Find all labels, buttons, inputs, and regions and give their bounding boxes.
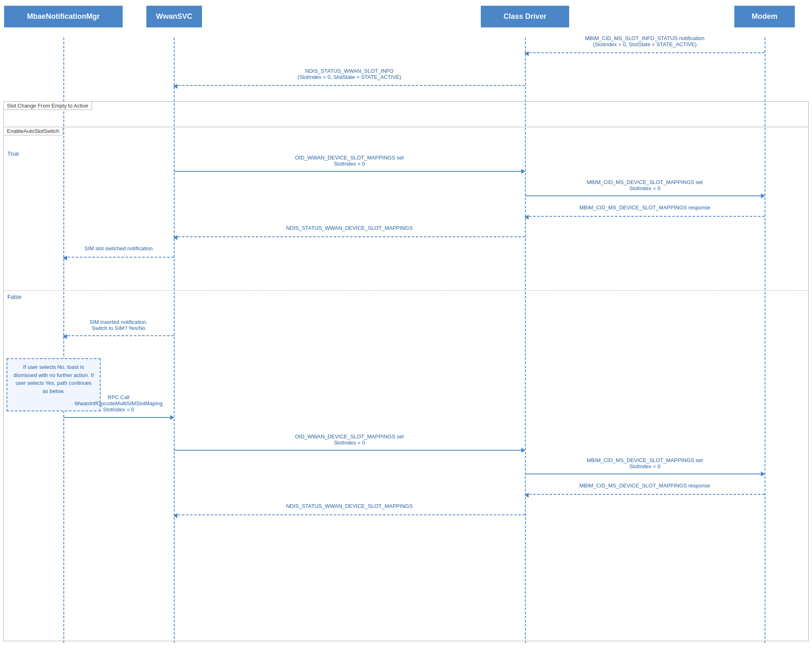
msg-rpc-call-wwanintf: RPC Call WwanIntfOpcodeMultiSIMSlotMapin… <box>63 413 174 418</box>
sequence-diagram: MbaeNotificationMgr WwanSVC Class Driver… <box>0 0 812 651</box>
msg-ndis-device-slot-mappings-2: NDIS_STATUS_WWAN_DEVICE_SLOT_MAPPINGS <box>174 510 525 515</box>
fragment-enableauto: EnableAutoSlotSwitch <box>3 127 809 641</box>
msg-mbim-device-slot-mappings-set-2: MBIM_CID_MS_DEVICE_SLOT_MAPPINGS set Slo… <box>525 469 765 474</box>
msg-sim-slot-switched: SIM slot switched notification <box>63 253 174 258</box>
actor-mbae: MbaeNotificationMgr <box>4 6 123 27</box>
actor-wwan: WwanSVC <box>146 6 202 27</box>
msg-ndis-wwan-slot-info: NDIS_STATUS_WWAN_SLOT_INFO (SlotIndex = … <box>174 81 525 86</box>
actor-classdriver: Class Driver <box>481 6 569 27</box>
actor-modem: Modem <box>734 6 795 27</box>
fragment-slotchange-label: Slot Change From Empty to Active <box>3 101 92 110</box>
section-divider <box>3 290 809 291</box>
msg-oid-wwan-device-slot-mappings-set-2: OID_WWAN_DEVICE_SLOT_MAPPINGS set SlotIn… <box>174 446 525 451</box>
msg-mbim-device-slot-mappings-set-1: MBIM_CID_MS_DEVICE_SLOT_MAPPINGS set Slo… <box>525 191 765 196</box>
msg-sim-inserted-notification: SIM inserted notification. Switch to SIM… <box>63 331 174 336</box>
msg-oid-wwan-device-slot-mappings-set-1: OID_WWAN_DEVICE_SLOT_MAPPINGS set SlotIn… <box>174 167 525 172</box>
section-true-label: True <box>7 150 19 157</box>
fragment-enableauto-label: EnableAutoSlotSwitch <box>3 127 63 135</box>
section-false-label: False <box>7 294 21 300</box>
msg-ndis-device-slot-mappings-1: NDIS_STATUS_WWAN_DEVICE_SLOT_MAPPINGS <box>174 232 525 237</box>
msg-mbim-slot-info-status: MBIM_CID_MS_SLOT_INFO_STATUS notificatio… <box>525 48 765 53</box>
msg-mbim-device-slot-mappings-response-1: MBIM_CID_MS_DEVICE_SLOT_MAPPINGS respons… <box>525 212 765 217</box>
msg-mbim-device-slot-mappings-response-2: MBIM_CID_MS_DEVICE_SLOT_MAPPINGS respons… <box>525 490 765 495</box>
